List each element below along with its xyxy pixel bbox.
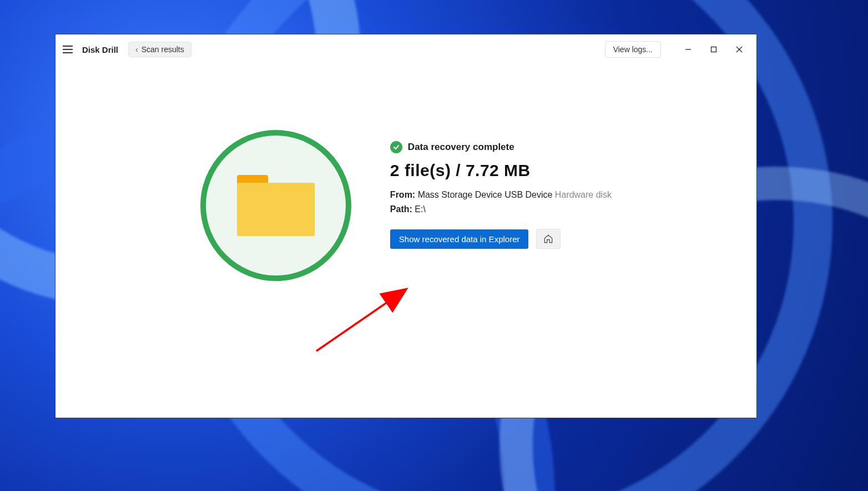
from-label: From: (390, 190, 415, 199)
back-label: Scan results (142, 45, 184, 54)
app-window: Disk Drill ‹ Scan results View logs... (55, 34, 757, 418)
home-icon (543, 234, 553, 244)
result-row: Data recovery complete 2 file(s) / 7.72 … (200, 130, 612, 281)
show-in-explorer-button[interactable]: Show recovered data in Explorer (390, 229, 529, 249)
annotation-arrow-icon (311, 279, 427, 357)
home-button[interactable] (536, 229, 561, 249)
path-label: Path: (390, 204, 412, 214)
summary-text: 2 file(s) / 7.72 MB (390, 161, 612, 180)
window-controls (675, 38, 752, 61)
svg-rect-1 (711, 47, 716, 52)
check-circle-icon (390, 141, 402, 153)
menu-icon[interactable] (60, 42, 75, 57)
folder-icon (237, 175, 315, 236)
content-area: Data recovery complete 2 file(s) / 7.72 … (55, 64, 756, 418)
app-title: Disk Drill (82, 45, 118, 54)
chevron-left-icon: ‹ (135, 45, 138, 54)
status-line: Data recovery complete (390, 141, 612, 153)
desktop-background: Disk Drill ‹ Scan results View logs... (0, 0, 868, 491)
maximize-button[interactable] (701, 38, 726, 61)
path-line: Path: E:\ (390, 204, 612, 214)
titlebar: Disk Drill ‹ Scan results View logs... (55, 34, 756, 64)
recovery-details: Data recovery complete 2 file(s) / 7.72 … (390, 130, 612, 249)
from-suffix: Hardware disk (555, 190, 612, 199)
status-text: Data recovery complete (408, 142, 514, 153)
back-button[interactable]: ‹ Scan results (128, 42, 191, 57)
close-button[interactable] (726, 38, 752, 61)
path-value: E:\ (415, 204, 426, 214)
view-logs-button[interactable]: View logs... (605, 41, 661, 58)
svg-line-4 (316, 290, 405, 351)
action-row: Show recovered data in Explorer (390, 229, 612, 249)
minimize-button[interactable] (675, 38, 701, 61)
success-folder-badge (200, 130, 351, 281)
from-value: Mass Storage Device USB Device (418, 190, 553, 199)
from-line: From: Mass Storage Device USB Device Har… (390, 190, 612, 200)
